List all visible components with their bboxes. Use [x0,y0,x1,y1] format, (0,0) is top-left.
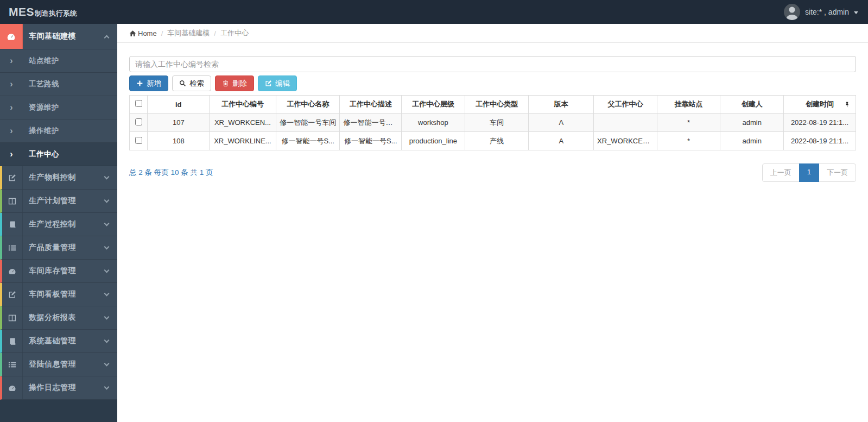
select-all-cell [130,96,148,114]
search-input[interactable] [129,56,856,72]
submenu-item-resource-maintenance[interactable]: › 资源维护 [0,96,117,119]
sidebar-item-quality-management[interactable]: 产品质量管理 [0,236,117,260]
breadcrumb: Home / 车间基础建模 / 工作中心 [117,24,868,43]
trash-icon [222,80,229,87]
sidebar-item-inventory-management[interactable]: 车间库存管理 [0,260,117,283]
next-page-button[interactable]: 下一页 [819,163,856,182]
sidebar-filler [0,400,117,422]
dashboard-icon [0,24,23,49]
angle-right-icon: › [0,126,23,136]
submenu-item-station-maintenance[interactable]: › 站点维护 [0,49,117,73]
breadcrumb-home[interactable]: Home [129,29,157,37]
page-1-button[interactable]: 1 [799,163,819,182]
sidebar-item-data-analysis[interactable]: 数据分析报表 [0,306,117,330]
row-checkbox[interactable] [135,118,142,125]
pagination: 上一页 1 下一页 [762,163,856,182]
sidebar-item-label: 产品质量管理 [29,243,76,253]
sidebar-item-label: 车间看板管理 [29,289,76,299]
sidebar-item-material-control[interactable]: 生产物料控制 [0,166,117,190]
sidebar-item-kanban-management[interactable]: 车间看板管理 [0,283,117,306]
cell-code: XR_WORKLINE... [210,132,276,150]
sidebar-item-system-management[interactable]: 系统基础管理 [0,330,117,353]
cell-id: 107 [148,114,210,132]
chevron-up-icon [104,35,110,40]
content-area: 新增 检索 删除 编辑 [117,43,868,182]
sidebar-item-label: 系统基础管理 [29,336,76,346]
search-button[interactable]: 检索 [172,75,211,91]
edit-button-label: 编辑 [275,79,290,89]
sidebar-item-label: 生产物料控制 [29,173,76,182]
cell-station: * [657,132,720,150]
row-checkbox[interactable] [135,137,142,144]
cell-created: 2022-08-19 21:1... [784,132,856,150]
submenu-item-label: 工作中心 [29,149,59,159]
add-button[interactable]: 新增 [129,75,168,91]
cell-id: 108 [148,132,210,150]
avatar [784,4,800,20]
sidebar-item-workshop-modeling[interactable]: 车间基础建模 [0,24,117,49]
sidebar-item-label: 生产计划管理 [29,196,76,206]
table-row[interactable]: 107 XR_WORKCEN... 修一智能一号车间 修一智能一号车间 work… [130,114,856,132]
submenu-item-work-center[interactable]: › 工作中心 [0,143,117,166]
table-header-row: id 工作中心编号 工作中心名称 工作中心描述 工作中心层级 工作中心类型 版本… [130,96,856,114]
chevron-down-icon [104,198,110,203]
cell-description: 修一智能一号车间 [340,114,402,132]
chevron-down-icon [104,385,110,390]
app-logo[interactable]: MES 制造执行系统 [9,5,77,18]
sidebar-item-process-control[interactable]: 生产过程控制 [0,213,117,236]
user-label: site:* , admin [805,8,849,16]
pin-icon[interactable] [844,101,850,108]
column-header-station: 挂靠站点 [657,96,720,114]
column-header-name: 工作中心名称 [276,96,340,114]
column-header-level: 工作中心层级 [402,96,465,114]
cell-creator: admin [720,114,784,132]
sidebar-item-operation-log[interactable]: 操作日志管理 [0,376,117,400]
breadcrumb-level2: 工作中心 [220,28,249,38]
table-footer: 总 2 条 每页 10 条 共 1 页 上一页 1 下一页 [129,163,856,182]
cell-level: workshop [402,114,465,132]
breadcrumb-home-label: Home [138,29,157,37]
plus-icon [136,80,143,87]
sidebar-item-login-info[interactable]: 登陆信息管理 [0,353,117,376]
dashboard-icon [2,260,23,282]
home-icon [129,30,136,37]
angle-right-icon: › [0,56,23,66]
row-select-cell [130,114,148,132]
sidebar: 车间基础建模 › 站点维护 › 工艺路线 › 资源维护 › 操作维护 › 工作中… [0,24,117,422]
edit-icon [265,80,272,87]
edit-button[interactable]: 编辑 [258,75,297,91]
delete-button-label: 删除 [232,79,247,89]
cell-station: * [657,114,720,132]
sidebar-item-label: 操作日志管理 [29,383,76,393]
chevron-down-icon [104,174,110,180]
cell-description: 修一智能一号S... [340,132,402,150]
submenu-item-process-route[interactable]: › 工艺路线 [0,73,117,96]
table-row[interactable]: 108 XR_WORKLINE... 修一智能一号S... 修一智能一号S...… [130,132,856,150]
submenu-item-operation-maintenance[interactable]: › 操作维护 [0,119,117,143]
columns-icon [2,306,23,329]
sidebar-item-label: 车间库存管理 [29,266,76,276]
chevron-down-icon [104,268,110,273]
toolbar: 新增 检索 删除 编辑 [129,75,856,91]
columns-icon [2,190,23,212]
pagination-summary: 总 2 条 每页 10 条 共 1 页 [129,168,213,178]
column-header-created: 创建时间 [784,96,856,114]
app-logo-suffix: 制造执行系统 [35,9,77,18]
chevron-down-icon [104,314,110,320]
edit-icon [2,283,23,306]
delete-button[interactable]: 删除 [215,75,254,91]
prev-page-button[interactable]: 上一页 [762,163,800,182]
column-header-type: 工作中心类型 [465,96,529,114]
cell-creator: admin [720,132,784,150]
column-header-code: 工作中心编号 [210,96,276,114]
column-header-description: 工作中心描述 [340,96,402,114]
user-menu[interactable]: site:* , admin [784,4,858,20]
sidebar-item-label: 登陆信息管理 [29,360,76,369]
chevron-down-icon [104,221,110,226]
work-center-table: id 工作中心编号 工作中心名称 工作中心描述 工作中心层级 工作中心类型 版本… [129,95,856,150]
cell-name: 修一智能一号车间 [276,114,340,132]
sidebar-item-production-planning[interactable]: 生产计划管理 [0,190,117,213]
select-all-checkbox[interactable] [135,100,142,107]
app-logo-text: MES [9,5,34,18]
submenu-item-label: 操作维护 [29,126,59,136]
